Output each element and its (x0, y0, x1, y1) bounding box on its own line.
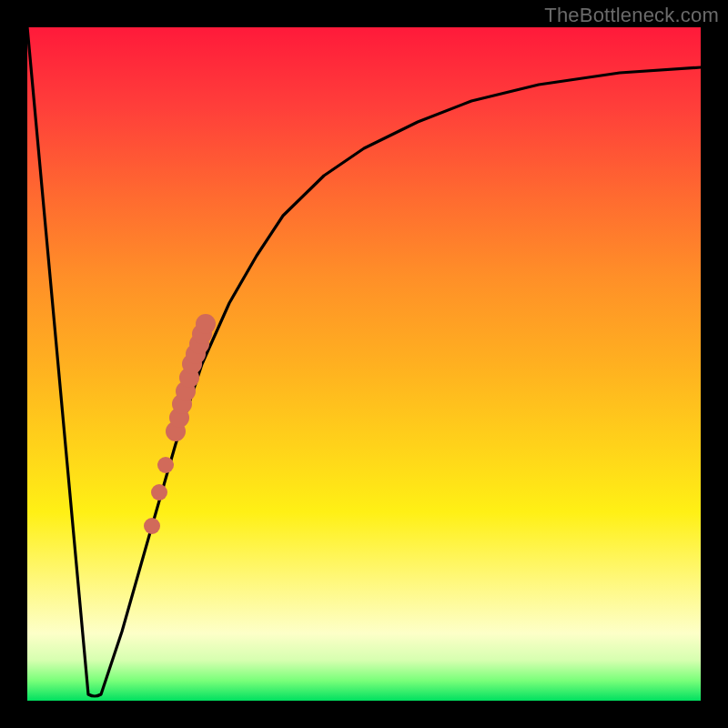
marker-dot (151, 484, 167, 500)
watermark-text: TheBottleneck.com (544, 4, 719, 27)
bottleneck-curve (27, 27, 701, 696)
marker-dot (144, 518, 160, 534)
chart-frame: TheBottleneck.com (0, 0, 728, 728)
marker-dot (157, 457, 174, 473)
marker-dot (196, 314, 216, 334)
marker-group (144, 314, 216, 534)
plot-area (27, 27, 701, 701)
curve-svg (27, 27, 701, 701)
